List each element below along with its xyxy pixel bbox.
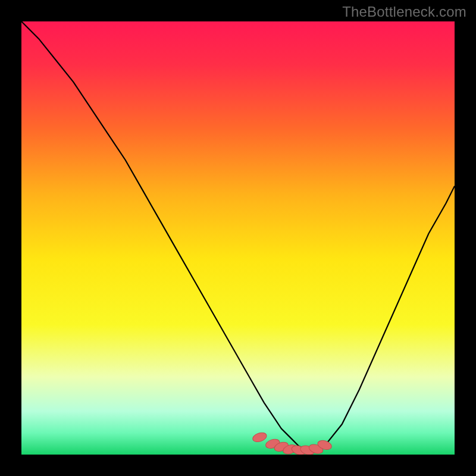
chart-frame: TheBottleneck.com	[0, 0, 476, 476]
plot-area	[21, 21, 455, 455]
watermark-label: TheBottleneck.com	[342, 4, 466, 20]
plot-svg	[21, 21, 455, 455]
gradient-background	[21, 21, 455, 455]
